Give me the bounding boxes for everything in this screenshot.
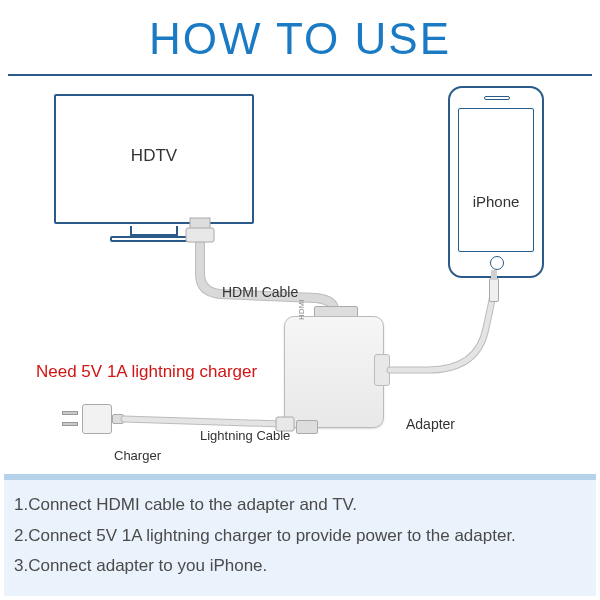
lightning-charging-cable <box>0 78 600 478</box>
adapter-label: Adapter <box>406 416 455 432</box>
charger-warning-text: Need 5V 1A lightning charger <box>36 362 257 382</box>
step-1: 1.Connect HDMI cable to the adapter and … <box>14 490 586 521</box>
step-2: 2.Connect 5V 1A lightning charger to pro… <box>14 521 586 552</box>
diagram-canvas: HDTV iPhone HDMI HD <box>0 78 600 478</box>
lightning-cable-label: Lightning Cable <box>200 428 290 443</box>
page-title: HOW TO USE <box>8 0 592 76</box>
hdmi-cable-label: HDMI Cable <box>222 284 298 300</box>
instructions-panel: 1.Connect HDMI cable to the adapter and … <box>4 474 596 596</box>
step-3: 3.Connect adapter to you iPhone. <box>14 551 586 582</box>
charger-label: Charger <box>114 448 161 463</box>
